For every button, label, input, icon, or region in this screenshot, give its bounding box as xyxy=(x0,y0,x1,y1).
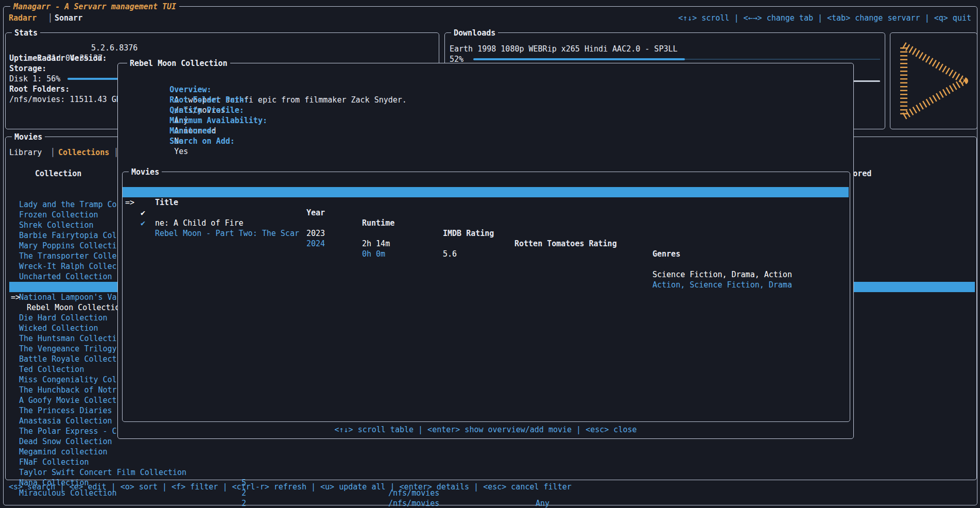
stats-storage-label: Storage: xyxy=(9,63,46,74)
header-rotten-tomatoes: Rotten Tomatoes Rating xyxy=(514,239,617,249)
modal-title: Rebel Moon Collection xyxy=(127,58,230,69)
app-title: Managarr - A Servarr management TUI xyxy=(10,2,179,12)
movie-row[interactable]: ✔ Rebel Moon - Part Two: The Scar 2024 0… xyxy=(123,197,849,208)
tab-sonarr[interactable]: Sonarr xyxy=(55,13,82,23)
play-triangle-icon xyxy=(896,40,972,122)
tab-radarr[interactable]: Radarr xyxy=(9,13,37,23)
movie-year: 2024 xyxy=(306,239,325,249)
movies-panel-title: Movies xyxy=(12,132,45,142)
modal-field-row: Monitored: No xyxy=(123,115,216,126)
download-progress-gauge xyxy=(473,58,880,60)
movie-imdb-rating: 5.6 xyxy=(443,249,457,259)
root-folders-label: Root Folders: xyxy=(9,84,70,94)
stats-uptime-value: 31d 04:35:37 xyxy=(47,53,102,63)
modal-movies-header: ✔ Title Year Runtime IMDB Rating Rotten … xyxy=(118,177,853,187)
modal-field-row: Root Folder Path: /nfs/movies xyxy=(123,84,249,95)
modal-field-value: Yes xyxy=(174,147,188,156)
tab-library[interactable]: Library xyxy=(9,147,42,158)
bottom-keybinds: <s> search | <e> edit | <o> sort | <f> f… xyxy=(9,482,572,492)
disk-usage-label: Disk 1: 56% xyxy=(9,74,60,84)
modal-movies-box-title: Movies xyxy=(129,167,162,177)
collection-row[interactable]: Taylor Swift Concert Film Collection 5 /… xyxy=(9,447,975,457)
collection-quality-profile: Any xyxy=(536,498,549,508)
movie-genres: Action, Science Fiction, Drama xyxy=(652,280,792,290)
modal-keybinds: <↑↓> scroll table | <enter> show overvie… xyxy=(118,425,853,435)
stats-version-value: 5.2.6.8376 xyxy=(91,43,137,53)
collection-row[interactable]: Miraculous Collection 2 /nfs/movies Any … xyxy=(9,467,975,478)
downloads-panel-title: Downloads xyxy=(451,28,498,38)
terminal-screen: Managarr - A Servarr management TUI Rada… xyxy=(0,0,980,508)
movie-row[interactable]: => ✔ ne: A Child of Fire 2023 2h 14m 5.6… xyxy=(123,187,849,197)
movie-runtime: 2h 14m xyxy=(362,239,390,249)
collection-column-header: Collection xyxy=(35,168,81,179)
header-genres: Genres xyxy=(652,249,680,259)
download-gauge-fill xyxy=(473,58,685,60)
collection-root-folder: /nfs/movies xyxy=(388,498,439,508)
movies-tab-separator-1: │ xyxy=(50,147,55,158)
stats-panel-title: Stats xyxy=(12,28,40,38)
movie-year: 2023 xyxy=(306,228,325,239)
collection-details-modal: Rebel Moon Collection Overview: A two-pa… xyxy=(117,63,854,439)
tab-collections[interactable]: Collections xyxy=(58,147,109,158)
stats-uptime-label: Uptime: xyxy=(9,53,42,63)
logo-panel xyxy=(890,32,977,129)
download-item-name: Earth 1998 1080p WEBRip x265 Hindi AAC2.… xyxy=(450,44,678,54)
modal-field-label: Search on Add: xyxy=(169,137,234,146)
header-imdb-rating: IMDB Rating xyxy=(443,228,494,239)
movie-runtime: 0h 0m xyxy=(362,249,385,259)
movie-title: Rebel Moon - Part Two: The Scar xyxy=(155,228,299,239)
root-folder-value: /nfs/movies: 11511.43 GB xyxy=(9,94,121,105)
collection-movie-count: 2 xyxy=(242,498,246,508)
modal-movies-rows: => ✔ ne: A Child of Fire 2023 2h 14m 5.6… xyxy=(123,187,849,218)
tab-separator: │ xyxy=(48,13,53,23)
modal-fields: Overview: A two-part sci-fi epic from fi… xyxy=(123,74,844,141)
collection-row[interactable]: Nana Collection 2 /nfs/movies Any Yes xyxy=(9,457,975,467)
modal-field-row: Minimum Availability: Announced xyxy=(123,105,267,115)
modal-field-row: Quality Profile: Any xyxy=(123,95,244,105)
header-runtime: Runtime xyxy=(362,218,394,228)
movie-genres: Science Fiction, Drama, Action xyxy=(652,269,792,280)
modal-field-row: Search on Add: Yes xyxy=(123,126,235,136)
modal-field-row: Overview: A two-part sci-fi epic from fi… xyxy=(123,74,407,84)
monitored-check-icon: ✔ xyxy=(141,218,145,228)
top-keybinds: <↑↓> scroll | <←→> change tab | <tab> ch… xyxy=(678,13,971,23)
